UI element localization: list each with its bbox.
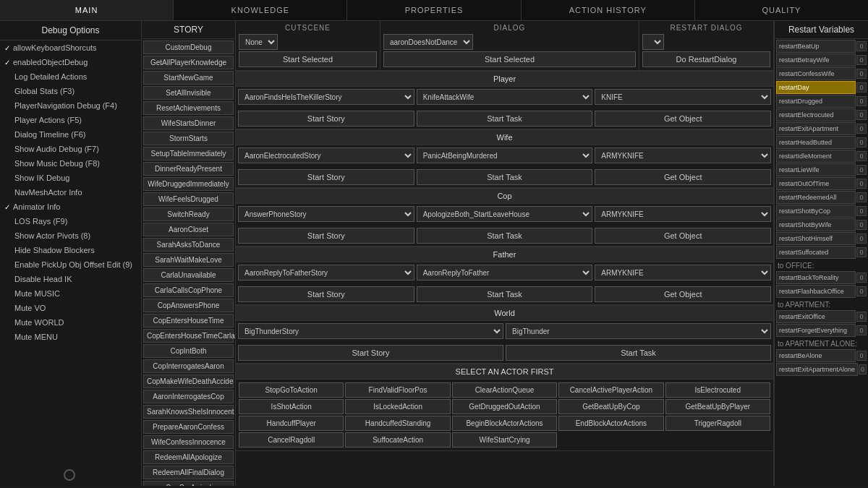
world-task-dropdown[interactable]: BigThunder (506, 323, 771, 339)
restart-var-num[interactable]: 0 (856, 179, 867, 189)
actor-action-btn[interactable]: ClearActionQueue (452, 382, 557, 398)
restart-var-btn[interactable]: restartBeatUp (776, 40, 856, 53)
restart-var-btn[interactable]: restartExitApartmentAlone (776, 363, 858, 376)
actor-action-btn[interactable]: CancelActivePlayerAction (558, 382, 663, 398)
story-item-btn[interactable]: CopInterrogatesAaron (143, 359, 234, 373)
restart-var-btn[interactable]: restartFlashbackOffice (776, 285, 856, 298)
restart-var-btn[interactable]: restartExitOffice (776, 310, 856, 323)
story-item-btn[interactable]: AaronCloset (143, 223, 234, 236)
story-item-btn[interactable]: SwitchReady (143, 207, 234, 221)
restart-var-btn[interactable]: restartElectrocuted (776, 108, 856, 121)
debug-item[interactable]: PlayerNavigation Debug (F4) (0, 98, 141, 113)
cop-get-object-btn[interactable]: Get Object (595, 228, 771, 244)
father-get-object-btn[interactable]: Get Object (595, 286, 771, 302)
actor-action-btn[interactable]: EndBlockActorActions (558, 416, 663, 431)
story-item-btn[interactable]: WifeFeelsDrugged (143, 192, 234, 206)
wife-get-object-btn[interactable]: Get Object (595, 169, 771, 185)
restart-var-btn[interactable]: restartShotHimself (776, 232, 856, 245)
restart-var-num[interactable]: 0 (859, 364, 867, 374)
cop-start-story-btn[interactable]: Start Story (238, 228, 414, 244)
story-item-btn[interactable]: SarahAsksToDance (143, 238, 234, 252)
restart-var-num[interactable]: 0 (856, 137, 867, 147)
actor-action-btn[interactable]: IsLockedAction (345, 399, 450, 414)
world-start-task-btn[interactable]: Start Task (506, 345, 771, 361)
nav-properties[interactable]: PROPERTIES (347, 0, 521, 20)
actor-action-btn[interactable]: IsElectrocuted (665, 382, 770, 398)
story-item-btn[interactable]: CopAnswersPhone (143, 299, 234, 312)
restart-var-num[interactable]: 0 (856, 41, 867, 51)
wife-task-dropdown[interactable]: PanicAtBeingMurdered (417, 147, 593, 163)
debug-item[interactable]: Mute MENU (0, 330, 141, 344)
father-story-dropdown[interactable]: AaronReplyToFatherStory (238, 265, 414, 281)
story-item-btn[interactable]: CustomDebug (143, 40, 234, 54)
debug-item[interactable]: Dialog Timeline (F6) (0, 127, 141, 142)
restart-var-num[interactable]: 0 (856, 273, 867, 283)
restart-var-btn[interactable]: restartExitApartment (776, 122, 856, 135)
restart-var-num[interactable]: 0 (856, 351, 867, 361)
story-item-btn[interactable]: CarlaUnavailable (143, 268, 234, 282)
restart-var-btn[interactable]: restartBeAlone (776, 349, 856, 362)
restart-var-num[interactable]: 0 (856, 124, 867, 134)
cop-object-dropdown[interactable]: ARMYKNIFE (595, 206, 771, 222)
story-item-btn[interactable]: SetAllInvisible (143, 86, 234, 100)
debug-item[interactable]: Show Audio Debug (F7) (0, 142, 141, 156)
cop-story-dropdown[interactable]: AnswerPhoneStory (238, 206, 414, 222)
story-item-btn[interactable]: CopIntBoth (143, 344, 234, 358)
actor-action-btn[interactable]: StopGoToAction (239, 382, 344, 398)
restart-var-num[interactable]: 0 (856, 247, 867, 257)
cop-task-dropdown[interactable]: ApologizeBoth_StartLeaveHouse (417, 206, 593, 222)
debug-item[interactable]: Show Actor Pivots (8) (0, 228, 141, 243)
restart-var-btn[interactable]: restartOutOfTime (776, 177, 856, 190)
story-item-btn[interactable]: SarahKnowsSheIsInnocent (143, 405, 234, 419)
story-item-btn[interactable]: PrepareAaronConfess (143, 420, 234, 434)
actor-action-btn[interactable]: SuffocateAction (345, 432, 450, 448)
story-item-btn[interactable]: CopMakeWifeDeathAccide (143, 374, 234, 388)
restart-var-btn[interactable]: restartHeadButted (776, 136, 856, 149)
wife-start-story-btn[interactable]: Start Story (238, 169, 414, 185)
cutscene-start-btn[interactable]: Start Selected (239, 51, 377, 67)
world-start-story-btn[interactable]: Start Story (238, 345, 503, 361)
restart-dialog-btn[interactable]: Do RestartDialog (642, 51, 770, 67)
story-item-btn[interactable]: SetupTableImmediately (143, 147, 234, 160)
actor-action-btn[interactable]: GetBeatUpByPlayer (665, 399, 770, 414)
nav-action-history[interactable]: ACTION HISTORY (522, 0, 695, 20)
debug-item[interactable]: Animator Info (0, 200, 141, 214)
actor-action-btn[interactable]: WifeStartCrying (452, 432, 557, 448)
story-item-btn[interactable]: RedeemAllApologize (143, 450, 234, 464)
restart-var-btn[interactable]: restartConfessWife (776, 67, 856, 80)
wife-story-dropdown[interactable]: AaronElectrocutedStory (238, 147, 414, 163)
cop-start-task-btn[interactable]: Start Task (417, 228, 593, 244)
story-item-btn[interactable]: DinnerReadyPresent (143, 162, 234, 176)
father-object-dropdown[interactable]: ARMYKNIFE (595, 265, 771, 281)
story-item-btn[interactable]: WifeStartsDinner (143, 116, 234, 130)
story-item-btn[interactable]: SarahWaitMakeLove (143, 253, 234, 267)
restart-var-btn[interactable]: restartBetrayWife (776, 53, 856, 67)
nav-quality[interactable]: QUALITY (695, 0, 868, 20)
story-item-btn[interactable]: CopCarArrival (143, 481, 234, 486)
nav-main[interactable]: MAIN (0, 0, 174, 20)
story-item-btn[interactable]: ResetAchievements (143, 101, 234, 115)
actor-action-btn[interactable]: GetDruggedOutAction (452, 399, 557, 414)
restart-var-num[interactable]: 0 (856, 96, 867, 106)
dialog-dropdown[interactable]: aaronDoesNotDance (383, 34, 473, 50)
debug-item[interactable]: Show IK Debug (0, 171, 141, 185)
debug-item[interactable]: Mute WORLD (0, 315, 141, 330)
restart-var-num[interactable]: 0 (856, 206, 867, 216)
story-item-btn[interactable]: WifeDruggedImmediately (143, 177, 234, 191)
story-item-btn[interactable]: RedeemAllFinalDialog (143, 466, 234, 479)
restart-var-num[interactable]: 0 (856, 69, 867, 79)
player-task-dropdown[interactable]: KnifeAttackWife (417, 89, 593, 105)
actor-action-btn[interactable]: CancelRagdoll (239, 432, 344, 448)
debug-item[interactable]: Mute MUSIC (0, 286, 141, 301)
debug-item[interactable]: allowKeyboardShorcuts (0, 40, 141, 55)
debug-item[interactable]: Hide Shadow Blockers (0, 243, 141, 257)
restart-var-btn[interactable]: restartDay (776, 81, 856, 94)
actor-action-btn[interactable]: FindValidFloorPos (345, 382, 450, 398)
actor-action-btn[interactable]: IsShotAction (239, 399, 344, 414)
wife-object-dropdown[interactable]: ARMYKNIFE (595, 147, 771, 163)
actor-action-btn[interactable]: HandcuffPlayer (239, 416, 344, 431)
restart-var-num[interactable]: 0 (856, 192, 867, 202)
player-object-dropdown[interactable]: KNIFE (595, 89, 771, 105)
restart-var-num[interactable]: 0 (856, 325, 867, 335)
restart-var-btn[interactable]: restartDrugged (776, 95, 856, 108)
